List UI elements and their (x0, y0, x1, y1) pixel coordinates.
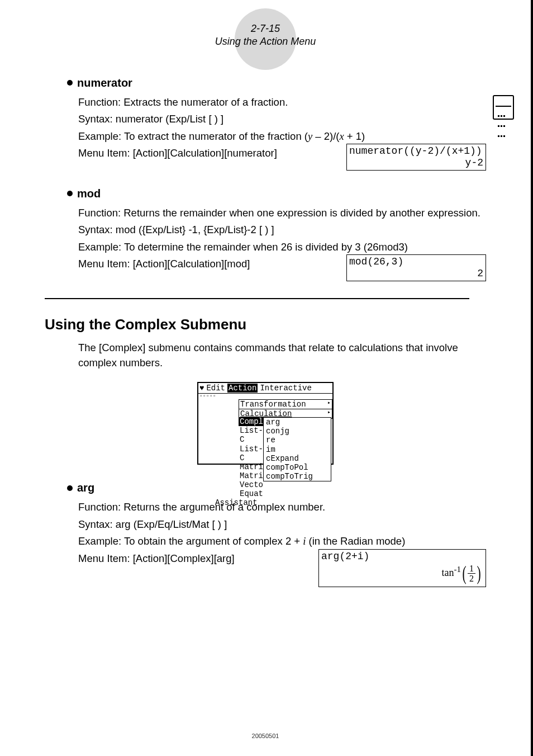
section-numerator: numerator Function: Extracts the numerat… (45, 77, 486, 171)
example-line: Example: To obtain the argument of compl… (78, 533, 486, 550)
bullet-icon (67, 191, 73, 196)
footer-code: 20050501 (0, 733, 531, 739)
example-line: Example: To determine the remainder when… (78, 239, 486, 256)
syntax-line: Syntax: mod ({Exp/List} -1, {Exp/List}-2… (78, 221, 486, 239)
example-line: Example: To extract the numerator of the… (78, 128, 486, 145)
item-title: arg (77, 481, 94, 494)
menu-line: Menu Item: [Action][Complex][arg] (78, 552, 235, 564)
menu-line: Menu Item: [Action][Calculation][numerat… (78, 147, 277, 159)
function-line: Function: Returns the argument of a comp… (78, 499, 486, 516)
menu-screenshot: ♥ Edit Action Interactive ▫▫▫▫▫ Transfor… (197, 382, 334, 465)
page-ref: 2-7-15 (45, 22, 486, 35)
page-title: Using the Action Menu (45, 35, 486, 48)
calc-screen-mod: mod(26,3) 2 (346, 254, 486, 281)
function-line: Function: Extracts the numerator of a fr… (78, 94, 486, 111)
bullet-icon (67, 80, 73, 86)
function-line: Function: Returns the remainder when one… (78, 205, 486, 222)
syntax-line: Syntax: arg (Exp/Eq/List/Mat [ ) ] (78, 516, 486, 533)
item-title: numerator (77, 77, 132, 89)
page-header: 2-7-15 Using the Action Menu (45, 17, 486, 49)
section-mod: mod Function: Returns the remainder when… (45, 187, 486, 281)
bullet-icon (67, 485, 73, 491)
calc-screen-arg: arg(2+i) tan-1(12) (318, 549, 486, 587)
syntax-line: Syntax: numerator (Exp/List [ ) ] (78, 111, 486, 128)
section-intro: The [Complex] submenu contains commands … (78, 340, 486, 371)
item-title: mod (77, 187, 101, 200)
divider (45, 298, 469, 299)
section-heading: Using the Complex Submenu (45, 316, 486, 333)
menu-line: Menu Item: [Action][Calculation][mod] (78, 258, 250, 270)
calc-screen-numerator: numerator((y-2)/(x+1)) y-2 (346, 144, 486, 170)
